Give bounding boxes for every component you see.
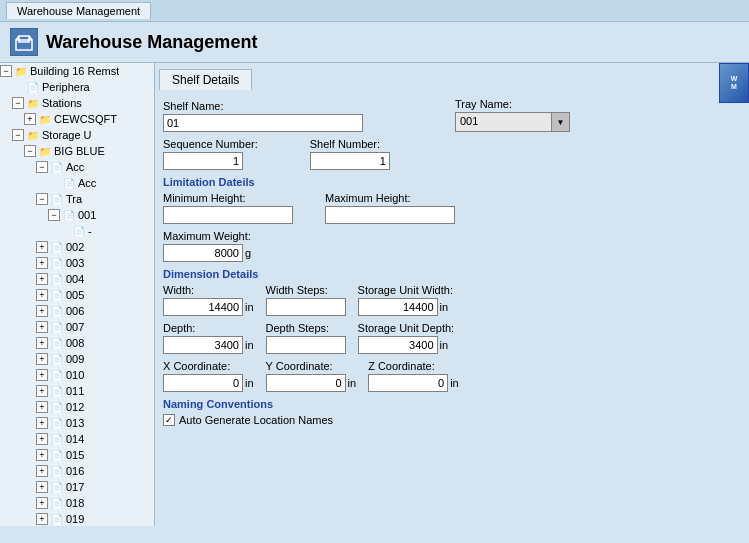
expand-icon-014[interactable]: +: [36, 433, 48, 445]
tree-item-011[interactable]: +📄011: [0, 383, 154, 399]
storage-unit-width-input[interactable]: [358, 298, 438, 316]
shelf-name-row: Shelf Name: Tray Name: 001 ▼: [163, 98, 741, 132]
expand-icon-005[interactable]: +: [36, 289, 48, 301]
max-weight-input[interactable]: [163, 244, 243, 262]
tree-item-007[interactable]: +📄007: [0, 319, 154, 335]
depth-steps-input[interactable]: [266, 336, 346, 354]
max-height-input[interactable]: [325, 206, 455, 224]
collapse-icon-bigblue[interactable]: −: [24, 145, 36, 157]
tree-item-storageu[interactable]: −📁Storage U: [0, 127, 154, 143]
tree-item-019[interactable]: +📄019: [0, 511, 154, 526]
tree-label-building16: Building 16 Remst: [30, 65, 119, 77]
depth-input[interactable]: [163, 336, 243, 354]
tree-item-014[interactable]: +📄014: [0, 431, 154, 447]
tree-item-012[interactable]: +📄012: [0, 399, 154, 415]
tray-name-arrow[interactable]: ▼: [551, 113, 569, 131]
tree-item-001sub[interactable]: 📄-: [0, 223, 154, 239]
expand-icon-012[interactable]: +: [36, 401, 48, 413]
expand-icon-006[interactable]: +: [36, 305, 48, 317]
expand-icon-016[interactable]: +: [36, 465, 48, 477]
tree-label-004: 004: [66, 273, 84, 285]
auto-generate-checkbox[interactable]: ✓: [163, 414, 175, 426]
tree-item-009[interactable]: +📄009: [0, 351, 154, 367]
expand-icon-002[interactable]: +: [36, 241, 48, 253]
auto-generate-label: Auto Generate Location Names: [179, 414, 333, 426]
doc-icon-004: 📄: [50, 272, 64, 286]
y-coord-input[interactable]: [266, 374, 346, 392]
tree-item-acc1[interactable]: −📄Acc: [0, 159, 154, 175]
sequence-number-input[interactable]: [163, 152, 243, 170]
collapse-icon-building16[interactable]: −: [0, 65, 12, 77]
storage-unit-depth-input[interactable]: [358, 336, 438, 354]
z-coord-label: Z Coordinate:: [368, 360, 459, 372]
expand-icon-017[interactable]: +: [36, 481, 48, 493]
expand-icon-011[interactable]: +: [36, 385, 48, 397]
y-coord-label: Y Coordinate:: [266, 360, 357, 372]
tree-item-004[interactable]: +📄004: [0, 271, 154, 287]
max-weight-group: Maximum Weight: g: [163, 230, 251, 262]
storage-unit-depth-label: Storage Unit Depth:: [358, 322, 455, 334]
tree-item-017[interactable]: +📄017: [0, 479, 154, 495]
shelf-name-label: Shelf Name:: [163, 100, 363, 112]
tree-item-002[interactable]: +📄002: [0, 239, 154, 255]
collapse-icon-acc1[interactable]: −: [36, 161, 48, 173]
expand-icon-007[interactable]: +: [36, 321, 48, 333]
tree-item-018[interactable]: +📄018: [0, 495, 154, 511]
tree-panel[interactable]: −📁Building 16 Remst📄Periphera−📁Stations+…: [0, 63, 155, 526]
app-icon: [10, 28, 38, 56]
width-row: Width: in Width Steps: Storage Unit Widt…: [163, 284, 741, 316]
shelf-details-tab[interactable]: Shelf Details: [159, 69, 252, 90]
expand-icon-009[interactable]: +: [36, 353, 48, 365]
doc-icon-007: 📄: [50, 320, 64, 334]
tree-item-tra[interactable]: −📄Tra: [0, 191, 154, 207]
collapse-icon-storageu[interactable]: −: [12, 129, 24, 141]
width-input[interactable]: [163, 298, 243, 316]
tree-item-acc2[interactable]: 📄Acc: [0, 175, 154, 191]
width-steps-input[interactable]: [266, 298, 346, 316]
doc-icon-009: 📄: [50, 352, 64, 366]
tree-item-periphera[interactable]: 📄Periphera: [0, 79, 154, 95]
expand-icon-013[interactable]: +: [36, 417, 48, 429]
x-coord-input-row: in: [163, 374, 254, 392]
height-row: Minimum Height: Maximum Height:: [163, 192, 741, 224]
tree-label-tra: Tra: [66, 193, 82, 205]
expand-icon-018[interactable]: +: [36, 497, 48, 509]
collapse-icon-001[interactable]: −: [48, 209, 60, 221]
naming-header: Naming Conventions: [163, 398, 741, 410]
expand-icon-015[interactable]: +: [36, 449, 48, 461]
z-coord-input[interactable]: [368, 374, 448, 392]
tree-item-cewcsqft[interactable]: +📁CEWCSQFT: [0, 111, 154, 127]
tree-item-building16[interactable]: −📁Building 16 Remst: [0, 63, 154, 79]
tree-item-008[interactable]: +📄008: [0, 335, 154, 351]
expand-icon-cewcsqft[interactable]: +: [24, 113, 36, 125]
tree-item-001[interactable]: −📄001: [0, 207, 154, 223]
expand-icon-008[interactable]: +: [36, 337, 48, 349]
width-label: Width:: [163, 284, 254, 296]
tree-item-stations[interactable]: −📁Stations: [0, 95, 154, 111]
tree-item-005[interactable]: +📄005: [0, 287, 154, 303]
tree-item-003[interactable]: +📄003: [0, 255, 154, 271]
folder-icon-cewcsqft: 📁: [38, 112, 52, 126]
collapse-icon-stations[interactable]: −: [12, 97, 24, 109]
tree-item-016[interactable]: +📄016: [0, 463, 154, 479]
x-coord-input[interactable]: [163, 374, 243, 392]
tree-item-010[interactable]: +📄010: [0, 367, 154, 383]
window-tab[interactable]: Warehouse Management: [6, 2, 151, 19]
tree-label-006: 006: [66, 305, 84, 317]
expand-icon-004[interactable]: +: [36, 273, 48, 285]
shelf-name-input[interactable]: [163, 114, 363, 132]
tree-label-001: 001: [78, 209, 96, 221]
tree-label-018: 018: [66, 497, 84, 509]
collapse-icon-tra[interactable]: −: [36, 193, 48, 205]
expand-icon-019[interactable]: +: [36, 513, 48, 525]
shelf-number-input[interactable]: [310, 152, 390, 170]
tree-label-003: 003: [66, 257, 84, 269]
min-height-input[interactable]: [163, 206, 293, 224]
tree-item-006[interactable]: +📄006: [0, 303, 154, 319]
tray-name-select[interactable]: 001 ▼: [455, 112, 570, 132]
tree-item-013[interactable]: +📄013: [0, 415, 154, 431]
tree-item-bigblue[interactable]: −📁BIG BLUE: [0, 143, 154, 159]
expand-icon-010[interactable]: +: [36, 369, 48, 381]
expand-icon-003[interactable]: +: [36, 257, 48, 269]
tree-item-015[interactable]: +📄015: [0, 447, 154, 463]
